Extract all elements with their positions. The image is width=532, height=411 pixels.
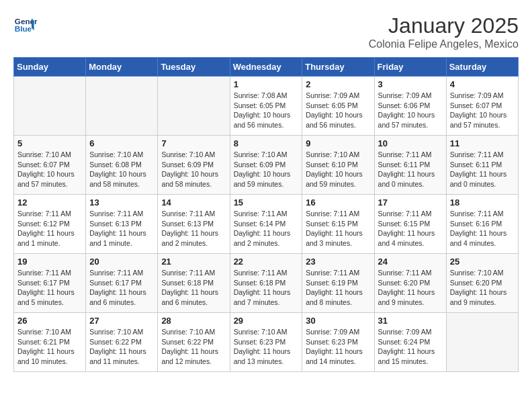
day-number: 27	[89, 316, 154, 326]
day-info: Sunrise: 7:11 AM Sunset: 6:18 PM Dayligh…	[161, 268, 226, 308]
day-number: 31	[378, 316, 443, 326]
day-info: Sunrise: 7:10 AM Sunset: 6:23 PM Dayligh…	[234, 327, 299, 367]
day-number: 16	[306, 197, 370, 208]
calendar-cell: 24Sunrise: 7:11 AM Sunset: 6:20 PM Dayli…	[374, 254, 446, 313]
calendar-cell: 23Sunrise: 7:11 AM Sunset: 6:19 PM Dayli…	[302, 254, 374, 313]
day-info: Sunrise: 7:10 AM Sunset: 6:07 PM Dayligh…	[17, 150, 82, 189]
day-number: 6	[89, 138, 154, 148]
calendar-cell: 27Sunrise: 7:10 AM Sunset: 6:22 PM Dayli…	[86, 313, 158, 372]
day-info: Sunrise: 7:11 AM Sunset: 6:17 PM Dayligh…	[17, 268, 82, 308]
day-number: 25	[450, 257, 515, 267]
calendar-cell: 10Sunrise: 7:11 AM Sunset: 6:11 PM Dayli…	[374, 136, 446, 195]
day-info: Sunrise: 7:10 AM Sunset: 6:20 PM Dayligh…	[450, 268, 515, 308]
calendar-cell: 12Sunrise: 7:11 AM Sunset: 6:12 PM Dayli…	[14, 195, 86, 254]
calendar-cell: 15Sunrise: 7:11 AM Sunset: 6:14 PM Dayli…	[230, 195, 302, 254]
weekday-header-wednesday: Wednesday	[230, 58, 302, 77]
day-info: Sunrise: 7:11 AM Sunset: 6:13 PM Dayligh…	[161, 209, 226, 248]
calendar-cell: 31Sunrise: 7:09 AM Sunset: 6:24 PM Dayli…	[374, 313, 446, 372]
day-info: Sunrise: 7:11 AM Sunset: 6:16 PM Dayligh…	[450, 209, 515, 248]
calendar-cell: 21Sunrise: 7:11 AM Sunset: 6:18 PM Dayli…	[158, 254, 230, 313]
calendar-cell: 30Sunrise: 7:09 AM Sunset: 6:23 PM Dayli…	[302, 313, 374, 372]
calendar-cell	[446, 313, 518, 372]
day-info: Sunrise: 7:11 AM Sunset: 6:14 PM Dayligh…	[234, 209, 299, 248]
calendar-cell: 28Sunrise: 7:10 AM Sunset: 6:22 PM Dayli…	[158, 313, 230, 372]
calendar-cell: 22Sunrise: 7:11 AM Sunset: 6:18 PM Dayli…	[230, 254, 302, 313]
day-number: 4	[450, 79, 515, 89]
calendar-table: SundayMondayTuesdayWednesdayThursdayFrid…	[13, 57, 519, 372]
weekday-header-monday: Monday	[86, 58, 158, 77]
calendar-cell: 5Sunrise: 7:10 AM Sunset: 6:07 PM Daylig…	[14, 136, 86, 195]
day-info: Sunrise: 7:11 AM Sunset: 6:12 PM Dayligh…	[17, 209, 82, 248]
day-info: Sunrise: 7:09 AM Sunset: 6:24 PM Dayligh…	[378, 327, 443, 367]
day-number: 12	[17, 197, 82, 208]
calendar-cell: 6Sunrise: 7:10 AM Sunset: 6:08 PM Daylig…	[86, 136, 158, 195]
day-number: 7	[161, 138, 226, 148]
calendar-week-row: 1Sunrise: 7:08 AM Sunset: 6:05 PM Daylig…	[14, 77, 519, 136]
month-title: January 2025	[369, 13, 519, 38]
calendar-cell: 14Sunrise: 7:11 AM Sunset: 6:13 PM Dayli…	[158, 195, 230, 254]
calendar-cell: 26Sunrise: 7:10 AM Sunset: 6:21 PM Dayli…	[14, 313, 86, 372]
day-number: 10	[378, 138, 443, 148]
day-info: Sunrise: 7:09 AM Sunset: 6:06 PM Dayligh…	[378, 91, 443, 130]
day-number: 2	[306, 79, 370, 89]
day-info: Sunrise: 7:10 AM Sunset: 6:09 PM Dayligh…	[161, 150, 226, 189]
day-number: 28	[161, 316, 226, 326]
day-number: 14	[161, 197, 226, 208]
title-block: January 2025 Colonia Felipe Angeles, Mex…	[369, 13, 519, 50]
calendar-cell: 20Sunrise: 7:11 AM Sunset: 6:17 PM Dayli…	[86, 254, 158, 313]
day-number: 24	[378, 257, 443, 267]
weekday-header-thursday: Thursday	[302, 58, 374, 77]
day-info: Sunrise: 7:09 AM Sunset: 6:23 PM Dayligh…	[306, 327, 370, 367]
calendar-cell: 25Sunrise: 7:10 AM Sunset: 6:20 PM Dayli…	[446, 254, 518, 313]
page-header: General Blue January 2025 Colonia Felipe…	[13, 13, 519, 50]
calendar-cell: 9Sunrise: 7:10 AM Sunset: 6:10 PM Daylig…	[302, 136, 374, 195]
day-number: 26	[17, 316, 82, 326]
day-info: Sunrise: 7:09 AM Sunset: 6:05 PM Dayligh…	[306, 91, 370, 130]
day-number: 22	[234, 257, 299, 267]
day-number: 9	[306, 138, 370, 148]
day-info: Sunrise: 7:11 AM Sunset: 6:19 PM Dayligh…	[306, 268, 370, 308]
day-number: 8	[234, 138, 299, 148]
logo-icon: General Blue	[13, 13, 38, 38]
day-info: Sunrise: 7:10 AM Sunset: 6:09 PM Dayligh…	[234, 150, 299, 189]
calendar-week-row: 12Sunrise: 7:11 AM Sunset: 6:12 PM Dayli…	[14, 195, 519, 254]
weekday-header-friday: Friday	[374, 58, 446, 77]
day-info: Sunrise: 7:11 AM Sunset: 6:11 PM Dayligh…	[378, 150, 443, 189]
calendar-cell: 17Sunrise: 7:11 AM Sunset: 6:15 PM Dayli…	[374, 195, 446, 254]
calendar-cell: 8Sunrise: 7:10 AM Sunset: 6:09 PM Daylig…	[230, 136, 302, 195]
day-number: 30	[306, 316, 370, 326]
calendar-cell: 7Sunrise: 7:10 AM Sunset: 6:09 PM Daylig…	[158, 136, 230, 195]
calendar-cell: 2Sunrise: 7:09 AM Sunset: 6:05 PM Daylig…	[302, 77, 374, 136]
day-number: 29	[234, 316, 299, 326]
calendar-cell	[14, 77, 86, 136]
calendar-cell: 3Sunrise: 7:09 AM Sunset: 6:06 PM Daylig…	[374, 77, 446, 136]
day-info: Sunrise: 7:08 AM Sunset: 6:05 PM Dayligh…	[234, 91, 299, 130]
day-number: 17	[378, 197, 443, 208]
day-info: Sunrise: 7:11 AM Sunset: 6:18 PM Dayligh…	[234, 268, 299, 308]
day-number: 1	[234, 79, 299, 89]
weekday-header-tuesday: Tuesday	[158, 58, 230, 77]
day-number: 19	[17, 257, 82, 267]
calendar-cell	[158, 77, 230, 136]
calendar-cell	[86, 77, 158, 136]
day-number: 11	[450, 138, 515, 148]
calendar-cell: 4Sunrise: 7:09 AM Sunset: 6:07 PM Daylig…	[446, 77, 518, 136]
weekday-header-row: SundayMondayTuesdayWednesdayThursdayFrid…	[14, 58, 519, 77]
day-info: Sunrise: 7:11 AM Sunset: 6:13 PM Dayligh…	[89, 209, 154, 248]
location-title: Colonia Felipe Angeles, Mexico	[369, 38, 519, 50]
calendar-cell: 1Sunrise: 7:08 AM Sunset: 6:05 PM Daylig…	[230, 77, 302, 136]
day-info: Sunrise: 7:10 AM Sunset: 6:10 PM Dayligh…	[306, 150, 370, 189]
day-info: Sunrise: 7:11 AM Sunset: 6:15 PM Dayligh…	[378, 209, 443, 248]
calendar-week-row: 19Sunrise: 7:11 AM Sunset: 6:17 PM Dayli…	[14, 254, 519, 313]
calendar-cell: 16Sunrise: 7:11 AM Sunset: 6:15 PM Dayli…	[302, 195, 374, 254]
day-info: Sunrise: 7:10 AM Sunset: 6:21 PM Dayligh…	[17, 327, 82, 367]
weekday-header-sunday: Sunday	[14, 58, 86, 77]
day-info: Sunrise: 7:11 AM Sunset: 6:20 PM Dayligh…	[378, 268, 443, 308]
calendar-cell: 19Sunrise: 7:11 AM Sunset: 6:17 PM Dayli…	[14, 254, 86, 313]
calendar-cell: 18Sunrise: 7:11 AM Sunset: 6:16 PM Dayli…	[446, 195, 518, 254]
day-info: Sunrise: 7:09 AM Sunset: 6:07 PM Dayligh…	[450, 91, 515, 130]
calendar-cell: 11Sunrise: 7:11 AM Sunset: 6:11 PM Dayli…	[446, 136, 518, 195]
calendar-cell: 29Sunrise: 7:10 AM Sunset: 6:23 PM Dayli…	[230, 313, 302, 372]
svg-text:Blue: Blue	[15, 24, 32, 33]
day-number: 20	[89, 257, 154, 267]
